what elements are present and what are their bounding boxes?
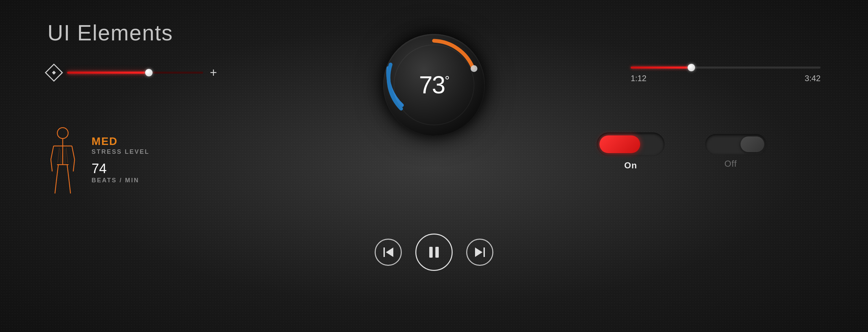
slider-plus-button[interactable]: + xyxy=(210,67,217,79)
minus-icon xyxy=(52,71,56,74)
time-end-label: 3:42 xyxy=(805,74,821,83)
svg-line-17 xyxy=(66,148,68,163)
svg-line-7 xyxy=(51,146,54,160)
slider-track-fill xyxy=(67,72,149,74)
slider-minus-button[interactable] xyxy=(45,63,63,82)
slider-right-labels: 1:12 3:42 xyxy=(631,74,821,83)
prev-icon xyxy=(383,247,393,257)
slider-right-track[interactable] xyxy=(631,66,821,69)
media-controls xyxy=(375,234,493,271)
svg-point-3 xyxy=(57,128,68,139)
pause-icon xyxy=(429,247,439,258)
thermostat-temperature: 73° xyxy=(419,73,449,97)
slider-thumb[interactable] xyxy=(145,69,153,76)
thermostat-dial[interactable]: 73° xyxy=(383,34,485,136)
thermostat-outer-ring: 73° xyxy=(383,34,485,136)
beats-value: 74 xyxy=(92,161,150,176)
toggle-on-label: On xyxy=(624,160,637,171)
slider-left-track[interactable] xyxy=(67,71,203,74)
slider-right-track-fill xyxy=(631,67,691,69)
page-title: UI Elements xyxy=(47,20,173,45)
svg-line-16 xyxy=(58,148,59,163)
slider-right-thumb[interactable] xyxy=(688,64,695,71)
svg-line-13 xyxy=(55,182,56,193)
body-figure-icon xyxy=(47,126,78,193)
stress-level-sublabel: STRESS LEVEL xyxy=(92,148,150,155)
toggles-container: On Off xyxy=(597,132,766,171)
beats-sublabel: BEATS / MIN xyxy=(92,177,150,184)
prev-button[interactable] xyxy=(375,239,402,266)
svg-line-9 xyxy=(72,146,75,160)
svg-line-14 xyxy=(67,165,69,182)
toggle-off-label: Off xyxy=(724,159,737,169)
stress-level-value: MED xyxy=(92,135,150,148)
toggle-on-thumb xyxy=(599,135,640,153)
time-start-label: 1:12 xyxy=(631,74,647,83)
toggle-on-switch[interactable] xyxy=(597,132,665,156)
toggle-row: On Off xyxy=(597,132,766,171)
slider-left-container: + xyxy=(47,66,217,79)
play-pause-button[interactable] xyxy=(415,234,453,271)
toggle-off-thumb xyxy=(741,136,764,152)
toggle-off-switch[interactable] xyxy=(705,134,766,154)
next-icon xyxy=(475,247,485,257)
stress-info-panel: MED STRESS LEVEL 74 BEATS / MIN xyxy=(92,135,150,184)
svg-line-15 xyxy=(69,182,71,193)
next-button[interactable] xyxy=(466,239,493,266)
stress-widget: MED STRESS LEVEL 74 BEATS / MIN xyxy=(47,126,150,193)
svg-line-8 xyxy=(51,160,52,171)
svg-line-12 xyxy=(56,165,58,182)
svg-line-10 xyxy=(73,160,75,171)
slider-right-container: 1:12 3:42 xyxy=(631,66,821,83)
